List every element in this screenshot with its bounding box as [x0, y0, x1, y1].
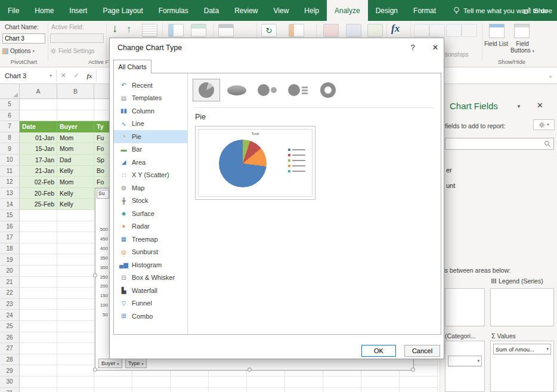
row-header-12[interactable]: 12 [0, 177, 20, 188]
chart-name-input[interactable] [2, 33, 45, 44]
chart-type-box-whisker[interactable]: ⊟Box & Whisker [114, 271, 187, 285]
cell-B31[interactable] [57, 388, 94, 392]
relationships-icon[interactable] [429, 24, 445, 37]
ribbon-tab-analyze[interactable]: Analyze [327, 0, 368, 21]
column-header-B[interactable]: B [57, 84, 94, 98]
cell-J30[interactable] [361, 376, 400, 388]
row-header-24[interactable]: 24 [0, 310, 20, 321]
subtype-3-d-pie[interactable] [223, 79, 250, 101]
ribbon-tab-file[interactable]: File [0, 0, 27, 21]
row-header-15[interactable]: 15 [0, 210, 20, 221]
subtype-doughnut[interactable] [314, 79, 342, 101]
chart-type-sunburst[interactable]: ◎Sunburst [114, 246, 187, 259]
field-list-label[interactable]: Field List [483, 41, 509, 47]
cell-B29[interactable] [57, 365, 94, 376]
filters-area[interactable] [445, 288, 485, 326]
cell-B17[interactable] [57, 232, 94, 243]
cell-D30[interactable] [132, 376, 171, 388]
chart-value-button-fragment[interactable]: Su [97, 190, 109, 199]
options-button[interactable]: Options ▾ [2, 48, 35, 54]
cell-B19[interactable] [57, 254, 94, 266]
chart-preview[interactable]: Total [195, 126, 315, 200]
cell-H31[interactable] [285, 388, 323, 392]
chart-type-recent[interactable]: ↶Recent [114, 79, 187, 92]
ok-button[interactable]: OK [361, 345, 396, 357]
chart-field-button-type[interactable]: Type▾ [125, 359, 147, 368]
cell-B16[interactable] [57, 221, 94, 233]
cell-B8[interactable]: Mom [57, 132, 94, 144]
chart-resize-handle[interactable] [247, 368, 252, 372]
cell-B6[interactable] [57, 110, 94, 122]
cell-A21[interactable] [20, 277, 57, 288]
cell-F30[interactable] [209, 376, 247, 388]
cell-B10[interactable]: Dad [57, 155, 94, 166]
cell-A22[interactable] [20, 288, 57, 299]
ribbon-tab-formulas[interactable]: Formulas [151, 0, 196, 21]
axis-categories-area[interactable]: ▾ [445, 341, 485, 392]
cell-B21[interactable] [57, 277, 94, 288]
row-header-7[interactable]: 7 [0, 121, 20, 132]
row-header-25[interactable]: 25 [0, 321, 20, 332]
row-header-22[interactable]: 22 [0, 288, 20, 299]
cell-B28[interactable] [57, 354, 94, 366]
pane-tools-button[interactable]: ▾ [533, 119, 555, 130]
expand-field-icon[interactable] [142, 24, 157, 37]
insert-slicer-icon[interactable] [168, 24, 184, 37]
row-header-16[interactable]: 16 [0, 221, 20, 233]
relationships-label-fragment[interactable]: tionships [445, 51, 479, 58]
search-input[interactable] [445, 138, 554, 150]
cell-A23[interactable] [20, 299, 57, 310]
axis-field-item[interactable]: ▾ [448, 356, 482, 366]
column-header-A[interactable]: A [20, 84, 57, 98]
cell-J31[interactable] [361, 388, 400, 392]
row-header-29[interactable]: 29 [0, 365, 20, 376]
relationships-icon[interactable] [446, 24, 462, 37]
cell-A26[interactable] [20, 332, 57, 344]
row-header-14[interactable]: 14 [0, 199, 20, 210]
cell-A10[interactable]: 17-Jan [20, 155, 57, 166]
cell-I30[interactable] [323, 376, 361, 388]
chart-type-histogram[interactable]: ▄▆Histogram [114, 258, 187, 271]
legend-series-area[interactable] [490, 288, 554, 326]
row-header-8[interactable]: 8 [0, 132, 20, 144]
cell-B20[interactable] [57, 266, 94, 277]
chart-type-combo[interactable]: ⊞Combo [114, 310, 187, 323]
cell-G30[interactable] [247, 376, 285, 388]
cell-A29[interactable] [20, 365, 57, 376]
field-list-icon[interactable] [489, 24, 505, 38]
field-settings-button[interactable]: Field Settings [50, 48, 95, 54]
field-buttons-icon[interactable] [514, 24, 530, 38]
ribbon-tab-view[interactable]: View [266, 0, 297, 21]
ribbon-tab-design[interactable]: Design [368, 0, 406, 21]
chart-field-button-buyer[interactable]: Buyer▾ [98, 359, 122, 368]
cell-A12[interactable]: 02-Feb [20, 177, 57, 188]
cell-B12[interactable]: Mom [57, 177, 94, 188]
ribbon-tab-home[interactable]: Home [27, 0, 61, 21]
cell-A24[interactable] [20, 310, 57, 321]
cell-A5[interactable] [20, 99, 57, 110]
cell-B25[interactable] [57, 321, 94, 332]
cell-A6[interactable] [20, 110, 57, 122]
olap-tools-icon[interactable] [414, 24, 429, 37]
collapse-formula-bar-icon[interactable]: ⌄ [544, 67, 557, 84]
ribbon-tab-page-layout[interactable]: Page Layout [95, 0, 150, 21]
row-header-31[interactable]: 31 [0, 388, 20, 392]
row-header-20[interactable]: 20 [0, 266, 20, 277]
chart-type-stock[interactable]: ╫Stock [114, 195, 187, 208]
values-field-item[interactable]: Sum of Amou...▾ [493, 344, 551, 354]
chart-type-templates[interactable]: ▤Templates [114, 92, 187, 105]
change-data-source-icon[interactable] [289, 24, 304, 37]
enter-icon[interactable]: ✓ [70, 67, 83, 84]
row-header-5[interactable]: 5 [0, 99, 20, 110]
cell-B23[interactable] [57, 299, 94, 310]
chart-type-pie[interactable]: ◔Pie [114, 130, 187, 143]
cell-A18[interactable] [20, 243, 57, 255]
chart-type-bar[interactable]: ▬Bar [114, 143, 187, 156]
cell-B22[interactable] [57, 288, 94, 299]
chart-resize-handle[interactable] [411, 368, 415, 372]
cell-B7[interactable]: Buyer [57, 121, 94, 132]
cell-B27[interactable] [57, 343, 94, 354]
cell-G31[interactable] [247, 388, 285, 392]
cell-A20[interactable] [20, 266, 57, 277]
chart-type-waterfall[interactable]: ▙Waterfall [114, 284, 187, 297]
